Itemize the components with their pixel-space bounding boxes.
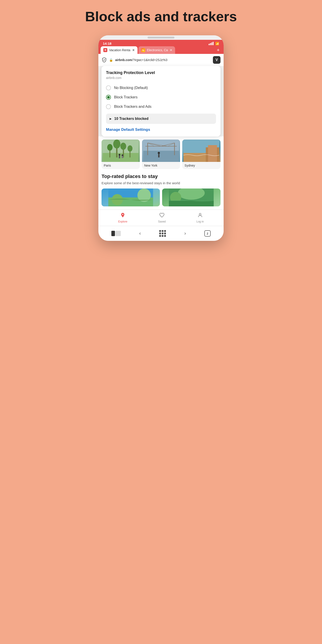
radio-no-blocking[interactable]: No Blocking (Default) — [106, 83, 216, 92]
grid-dot-1 — [159, 230, 161, 232]
svg-rect-13 — [122, 156, 123, 158]
radio-label-block-trackers: Block Trackers — [114, 95, 138, 99]
url-display[interactable]: airbnb.com/?irgwc=1&irclid=2SJz%3 — [115, 58, 211, 62]
grid-dot-3 — [164, 230, 166, 232]
grid-dot-4 — [159, 232, 161, 234]
svg-rect-25 — [158, 154, 160, 158]
city-card-new-york[interactable]: New York — [142, 140, 180, 169]
svg-rect-37 — [169, 201, 214, 206]
grid-dot-9 — [164, 235, 166, 237]
login-icon — [198, 212, 203, 219]
radio-circle-no-blocking — [106, 86, 111, 90]
grid-dot-5 — [162, 232, 164, 234]
sidebar-toggle-button[interactable] — [111, 231, 121, 236]
place-card-2[interactable] — [162, 188, 220, 206]
svg-point-12 — [122, 154, 123, 156]
city-image-paris — [102, 140, 140, 162]
nav-saved[interactable]: Saved — [158, 212, 166, 223]
svg-point-3 — [113, 140, 120, 148]
signal-bar-4 — [213, 42, 214, 45]
signal-bars-icon — [209, 42, 214, 45]
city-card-sydney[interactable]: Sydney — [182, 140, 220, 169]
svg-point-5 — [120, 143, 126, 150]
tabs-count: 2 — [206, 232, 208, 235]
cities-row: Paris — [102, 140, 220, 169]
popup-title: Tracking Protection Level — [106, 70, 216, 75]
signal-bar-1 — [209, 44, 210, 45]
tab-airbnb-close[interactable]: ✕ — [132, 48, 135, 52]
place-cards-row — [102, 188, 220, 206]
svg-point-10 — [118, 154, 120, 156]
forward-button[interactable]: › — [183, 229, 187, 238]
svg-rect-1 — [103, 153, 138, 162]
city-name-sydney: Sydney — [182, 162, 220, 169]
status-icons: 📶 — [209, 42, 219, 46]
city-image-new-york — [142, 140, 180, 162]
sydney-illustration — [182, 140, 220, 162]
city-name-new-york: New York — [142, 162, 180, 169]
tab-airbnb[interactable]: ✈ Vacation Renta ✕ — [100, 46, 138, 54]
place-1-illustration — [102, 188, 160, 206]
browser-chrome: 14:18 📶 ✈ Vac — [98, 40, 224, 54]
triangle-expand-icon: ▶ — [110, 117, 112, 120]
sidebar-light-portion — [116, 231, 121, 236]
place-card-1[interactable] — [102, 188, 160, 206]
newyork-illustration — [142, 140, 180, 162]
radio-circle-block-ads — [106, 104, 111, 109]
nav-login[interactable]: Log in — [196, 212, 204, 223]
radio-block-trackers-ads[interactable]: Block Trackers and Ads — [106, 102, 216, 111]
section-title: Top-rated places to stay — [102, 174, 220, 179]
url-path: /?irgwc=1&irclid=2SJz%3 — [132, 58, 167, 62]
radio-label-no-blocking: No Blocking (Default) — [114, 86, 148, 90]
tab-electronics-label: Electronics, Ca — [147, 48, 168, 52]
lock-icon: 🔒 — [109, 58, 113, 62]
explore-label: Explore — [118, 220, 128, 223]
city-card-paris[interactable]: Paris — [102, 140, 140, 169]
phone-frame: 14:18 📶 ✈ Vac — [98, 35, 224, 241]
grid-dot-6 — [164, 232, 166, 234]
airbnb-favicon: ✈ — [103, 48, 107, 52]
svg-point-9 — [128, 145, 132, 152]
trackers-blocked-row[interactable]: ▶ 10 Trackers blocked — [106, 114, 216, 124]
place-image-2 — [162, 188, 220, 206]
svg-rect-15 — [143, 151, 179, 162]
status-bar: 14:18 📶 — [98, 40, 224, 46]
wifi-icon: 📶 — [215, 42, 219, 46]
tab-airbnb-label: Vacation Renta — [109, 48, 130, 52]
city-image-sydney — [182, 140, 220, 162]
url-bar-container: 🔒 airbnb.com/?irgwc=1&irclid=2SJz%3 V — [98, 54, 224, 66]
popup-domain: airbnb.com — [106, 76, 216, 80]
shield-icon — [102, 57, 107, 62]
airbnb-content: Paris — [98, 136, 224, 210]
page-wrapper: Block ads and trackers 14:18 📶 — [74, 9, 248, 241]
radio-label-block-ads: Block Trackers and Ads — [114, 105, 152, 109]
paris-illustration — [102, 140, 140, 162]
tracking-protection-popup: Tracking Protection Level airbnb.com No … — [102, 66, 220, 136]
nav-explore[interactable]: Explore — [118, 212, 128, 223]
saved-icon — [159, 212, 164, 219]
svg-point-38 — [199, 213, 201, 215]
tab-electronics[interactable]: 🛍 Electronics, Ca ✕ — [138, 46, 175, 54]
phone-notch-bar — [98, 35, 224, 40]
trackers-blocked-label: 10 Trackers blocked — [114, 117, 148, 121]
vivaldi-v-icon: V — [216, 58, 218, 62]
signal-bar-3 — [211, 42, 212, 45]
grid-dot-8 — [162, 235, 164, 237]
grid-dot-2 — [162, 230, 164, 232]
apps-grid-button[interactable] — [159, 230, 166, 237]
electronics-favicon: 🛍 — [141, 48, 145, 52]
vivaldi-button[interactable]: V — [213, 56, 220, 64]
tabs-count-button[interactable]: 2 — [204, 230, 211, 236]
place-2-illustration — [162, 188, 220, 206]
bottom-nav: Explore Saved Log in — [98, 210, 224, 226]
place-image-1 — [102, 188, 160, 206]
saved-label: Saved — [158, 220, 166, 223]
back-button[interactable]: ‹ — [138, 229, 142, 238]
new-tab-button[interactable]: + — [215, 46, 222, 54]
tab-electronics-close[interactable]: ✕ — [170, 48, 172, 52]
top-rated-section: Top-rated places to stay Explore some of… — [102, 174, 220, 206]
section-subtitle: Explore some of the best-reviewed stays … — [102, 181, 220, 185]
manage-default-settings-link[interactable]: Manage Default Settings — [106, 128, 216, 132]
radio-block-trackers[interactable]: Block Trackers — [106, 92, 216, 102]
sidebar-dark-portion — [111, 231, 115, 236]
